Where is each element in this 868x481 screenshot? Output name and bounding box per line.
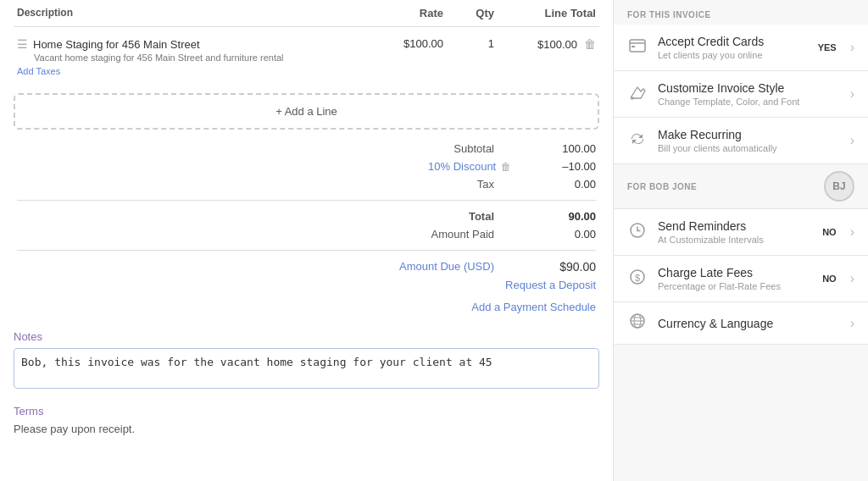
accept-credit-cards-badge: YES	[818, 42, 837, 53]
notes-label: Notes	[14, 330, 599, 343]
charge-late-fees-chevron: ›	[850, 271, 854, 286]
charge-late-fees-title: Charge Late Fees	[658, 266, 812, 279]
svg-text:$: $	[635, 272, 640, 282]
line-item-title: ☰ Home Staging for 456 Main Street	[17, 37, 359, 51]
amount-paid-label: Amount Paid	[392, 228, 494, 240]
send-reminders-title: Send Reminders	[658, 219, 812, 233]
drag-handle-icon[interactable]: ☰	[17, 37, 28, 51]
recurring-icon	[627, 131, 648, 151]
payment-schedule-row: Add a Payment Schedule	[17, 294, 596, 317]
right-item-send-reminders[interactable]: Send Reminders At Customizable Intervals…	[614, 209, 868, 256]
subtotal-label: Subtotal	[392, 142, 494, 155]
customize-invoice-content: Customize Invoice Style Change Template,…	[658, 81, 840, 107]
customize-invoice-chevron: ›	[850, 86, 854, 102]
discount-delete-icon[interactable]: 🗑	[501, 161, 511, 173]
late-fees-icon: $	[627, 268, 648, 290]
line-item-qty: 1	[443, 37, 494, 50]
reminders-icon	[627, 222, 648, 243]
discount-value: –10.00	[562, 160, 596, 173]
amount-paid-value: 0.00	[545, 228, 596, 240]
subtotal-row: Subtotal 100.00	[17, 140, 596, 158]
terms-text: Please pay upon receipt.	[14, 423, 599, 435]
totals-divider2	[17, 250, 596, 251]
currency-language-icon	[627, 312, 648, 334]
make-recurring-chevron: ›	[850, 133, 854, 148]
accept-credit-cards-title: Accept Credit Cards	[658, 35, 808, 48]
header-line-total: Line Total	[494, 7, 596, 19]
amount-due-label[interactable]: Amount Due (USD)	[392, 260, 494, 274]
total-value: 90.00	[545, 210, 596, 223]
line-item-description: ☰ Home Staging for 456 Main Street Vacan…	[17, 37, 359, 76]
right-item-make-recurring[interactable]: Make Recurring Bill your clients automat…	[614, 118, 868, 164]
send-reminders-content: Send Reminders At Customizable Intervals	[658, 219, 812, 245]
send-reminders-badge: NO	[822, 227, 837, 237]
invoice-right-panel: FOR THIS INVOICE Accept Credit Cards Let…	[614, 0, 868, 481]
send-reminders-subtitle: At Customizable Intervals	[658, 235, 812, 245]
amount-paid-row: Amount Paid 0.00	[17, 225, 596, 243]
line-item-subtitle: Vacant home staging for 456 Main Street …	[17, 53, 359, 63]
currency-language-chevron: ›	[850, 316, 854, 331]
right-item-charge-late-fees[interactable]: $ Charge Late Fees Percentage or Flat-Ra…	[614, 256, 868, 302]
make-recurring-subtitle: Bill your clients automatically	[658, 143, 840, 153]
header-rate: Rate	[359, 7, 443, 19]
notes-input[interactable]: Bob, this invoice was for the vacant hom…	[14, 348, 599, 389]
charge-late-fees-subtitle: Percentage or Flat-Rate Fees	[658, 281, 812, 291]
tax-value: 0.00	[545, 178, 596, 191]
accept-credit-cards-chevron: ›	[850, 40, 854, 55]
totals-section: Subtotal 100.00 10% Discount 🗑 –10.00 Ta…	[14, 140, 599, 317]
tax-row: Tax 0.00	[17, 175, 596, 193]
customize-icon	[627, 85, 648, 104]
make-recurring-title: Make Recurring	[658, 128, 840, 141]
svg-rect-2	[632, 46, 635, 47]
currency-language-title: Currency & Language	[658, 317, 840, 330]
delete-line-icon[interactable]: 🗑	[584, 37, 596, 51]
make-recurring-content: Make Recurring Bill your clients automat…	[658, 128, 840, 153]
credit-card-icon	[627, 39, 648, 57]
add-taxes-link[interactable]: Add Taxes	[17, 66, 359, 76]
for-client-section: FOR BOB JONE BJ	[614, 164, 868, 209]
amount-due-value: $90.00	[545, 260, 596, 274]
send-reminders-chevron: ›	[850, 224, 854, 240]
request-deposit-row: Request a Deposit	[17, 276, 596, 294]
subtotal-value: 100.00	[545, 142, 596, 155]
line-item-rate: $100.00	[359, 37, 443, 50]
for-invoice-title: FOR THIS INVOICE	[614, 0, 868, 25]
discount-row: 10% Discount 🗑 –10.00	[17, 158, 596, 175]
total-row: Total 90.00	[17, 207, 596, 225]
currency-language-content: Currency & Language	[658, 317, 840, 330]
terms-section: Terms Please pay upon receipt.	[14, 405, 599, 435]
client-avatar: BJ	[824, 171, 854, 202]
payment-schedule-link[interactable]: Add a Payment Schedule	[471, 301, 596, 313]
for-client-label: FOR BOB JONE	[627, 182, 697, 191]
line-item-total: $100.00 🗑	[494, 37, 596, 51]
header-qty: Qty	[443, 7, 494, 19]
notes-section: Notes Bob, this invoice was for the vaca…	[14, 330, 599, 391]
accept-credit-cards-subtitle: Let clients pay you online	[658, 50, 808, 60]
right-item-customize-invoice[interactable]: Customize Invoice Style Change Template,…	[614, 71, 868, 118]
customize-invoice-subtitle: Change Template, Color, and Font	[658, 97, 840, 107]
invoice-left-panel: Description Rate Qty Line Total ☰ Home S…	[0, 0, 614, 481]
discount-label[interactable]: 10% Discount	[428, 160, 496, 173]
customize-invoice-title: Customize Invoice Style	[658, 81, 840, 95]
charge-late-fees-content: Charge Late Fees Percentage or Flat-Rate…	[658, 266, 812, 291]
right-item-currency-language[interactable]: Currency & Language ›	[614, 302, 868, 345]
total-label: Total	[392, 210, 494, 223]
amount-due-row: Amount Due (USD) $90.00	[17, 257, 596, 276]
add-line-button[interactable]: + Add a Line	[14, 93, 599, 130]
right-item-accept-credit-cards[interactable]: Accept Credit Cards Let clients pay you …	[614, 25, 868, 71]
request-deposit-link[interactable]: Request a Deposit	[505, 279, 596, 291]
tax-label: Tax	[392, 178, 494, 191]
charge-late-fees-badge: NO	[822, 274, 837, 284]
table-header: Description Rate Qty Line Total	[14, 0, 599, 27]
accept-credit-cards-content: Accept Credit Cards Let clients pay you …	[658, 35, 808, 60]
terms-label: Terms	[14, 405, 599, 417]
header-description: Description	[17, 7, 359, 19]
line-item: ☰ Home Staging for 456 Main Street Vacan…	[14, 30, 599, 83]
totals-divider	[17, 200, 596, 201]
